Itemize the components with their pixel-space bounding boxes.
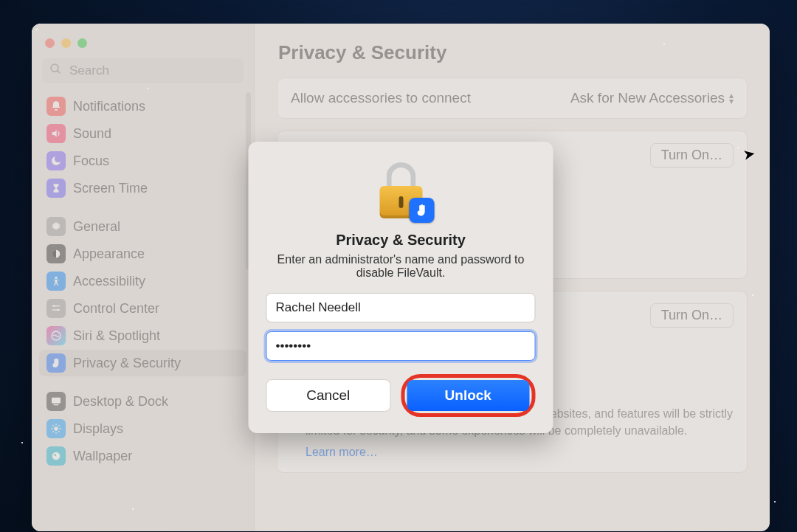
svg-line-19: [58, 425, 59, 426]
sidebar-item-wallpaper[interactable]: Wallpaper: [39, 443, 246, 469]
accessories-value: Ask for New Accessories: [570, 90, 725, 106]
bell-icon: [46, 97, 66, 116]
accessories-popup[interactable]: Ask for New Accessories ▴▾: [570, 90, 734, 106]
svg-point-4: [55, 277, 57, 279]
chevron-updown-icon: ▴▾: [729, 92, 734, 104]
sidebar-item-label: Control Center: [73, 301, 159, 317]
search-icon: [49, 63, 62, 79]
hourglass-icon: [46, 179, 66, 198]
sidebar-item-label: Appearance: [73, 246, 145, 262]
sidebar-list: NotificationsSoundFocusScreen TimeGenera…: [32, 92, 254, 531]
gear-icon: [46, 217, 66, 236]
sidebar-item-label: Focus: [73, 153, 109, 169]
sidebar-item-appearance[interactable]: Appearance: [39, 241, 246, 267]
sidebar-item-displays[interactable]: Displays: [39, 415, 246, 442]
sidebar-item-label: Siri & Spotlight: [73, 328, 160, 344]
auth-dialog: Privacy & Security Enter an administrato…: [249, 142, 553, 433]
siri-icon: [46, 326, 66, 345]
sidebar-item-label: Screen Time: [73, 181, 148, 196]
wallpaper-icon: [46, 446, 66, 466]
svg-point-2: [55, 225, 58, 228]
accessories-card: Allow accessories to connect Ask for New…: [277, 77, 748, 119]
svg-point-7: [57, 309, 59, 311]
privacy-hand-icon: [409, 198, 434, 223]
svg-point-9: [52, 331, 61, 340]
zoom-window-button[interactable]: [77, 38, 87, 48]
sidebar-item-label: General: [73, 219, 120, 235]
svg-point-12: [54, 426, 58, 430]
svg-rect-8: [52, 309, 61, 310]
sidebar-item-sound[interactable]: Sound: [39, 120, 246, 147]
lockdown-turn-on-button[interactable]: Turn On…: [650, 303, 734, 328]
unlock-highlight-ring: Unlock: [401, 374, 536, 417]
sidebar-item-control-center[interactable]: Control Center: [39, 295, 246, 322]
sidebar-item-focus[interactable]: Focus: [39, 148, 246, 174]
svg-point-5: [53, 305, 55, 307]
svg-point-3: [52, 250, 61, 258]
close-window-button[interactable]: [45, 38, 55, 48]
sidebar-item-label: Accessibility: [73, 274, 145, 289]
filevault-turn-on-button[interactable]: Turn On…: [650, 143, 734, 167]
sidebar-item-label: Wallpaper: [73, 449, 132, 464]
window-controls: [32, 32, 254, 58]
lock-icon: [375, 159, 427, 218]
minimize-window-button[interactable]: [61, 38, 71, 48]
page-title: Privacy & Security: [278, 41, 748, 64]
sidebar-item-notifications[interactable]: Notifications: [39, 93, 246, 120]
sidebar-item-label: Notifications: [73, 99, 145, 114]
password-field[interactable]: [266, 331, 536, 361]
unlock-button[interactable]: Unlock: [407, 380, 530, 411]
displays-icon: [46, 419, 66, 438]
svg-line-18: [58, 431, 59, 432]
sidebar-item-accessibility[interactable]: Accessibility: [39, 268, 246, 294]
username-field[interactable]: [266, 293, 536, 322]
svg-point-22: [54, 454, 56, 456]
lockdown-learn-more-link[interactable]: Learn more…: [306, 446, 378, 458]
moon-icon: [46, 151, 66, 170]
sidebar-item-label: Sound: [73, 126, 111, 142]
system-settings-window: NotificationsSoundFocusScreen TimeGenera…: [32, 24, 770, 531]
desktop-icon: [46, 392, 66, 411]
sound-icon: [46, 124, 66, 143]
sidebar-item-label: Privacy & Security: [73, 356, 181, 371]
svg-rect-11: [54, 404, 59, 405]
sidebar-item-label: Desktop & Dock: [73, 394, 168, 410]
svg-line-20: [52, 431, 53, 432]
sidebar-item-siri-spotlight[interactable]: Siri & Spotlight: [39, 322, 246, 349]
search-field[interactable]: [42, 58, 244, 83]
svg-rect-10: [52, 398, 61, 404]
sidebar-item-label: Displays: [73, 421, 123, 437]
svg-point-21: [52, 452, 61, 460]
sidebar: NotificationsSoundFocusScreen TimeGenera…: [32, 24, 255, 531]
sidebar-item-desktop-dock[interactable]: Desktop & Dock: [39, 388, 246, 415]
appearance-icon: [46, 244, 66, 263]
cancel-button[interactable]: Cancel: [266, 379, 391, 412]
svg-rect-6: [52, 305, 61, 306]
svg-point-0: [51, 64, 58, 72]
dialog-title: Privacy & Security: [266, 232, 536, 249]
sidebar-item-screen-time[interactable]: Screen Time: [39, 175, 246, 201]
mouse-cursor-icon: ➤: [742, 145, 757, 165]
control-icon: [46, 299, 66, 318]
svg-line-17: [52, 425, 53, 426]
svg-line-1: [58, 71, 61, 74]
sidebar-item-privacy-security[interactable]: Privacy & Security: [39, 350, 246, 376]
accessories-label: Allow accessories to connect: [291, 90, 471, 106]
sidebar-item-general[interactable]: General: [39, 213, 246, 240]
search-input[interactable]: [68, 63, 236, 79]
hand-icon: [46, 353, 66, 373]
access-icon: [46, 272, 66, 291]
dialog-subtitle: Enter an administrator's name and passwo…: [266, 253, 536, 280]
